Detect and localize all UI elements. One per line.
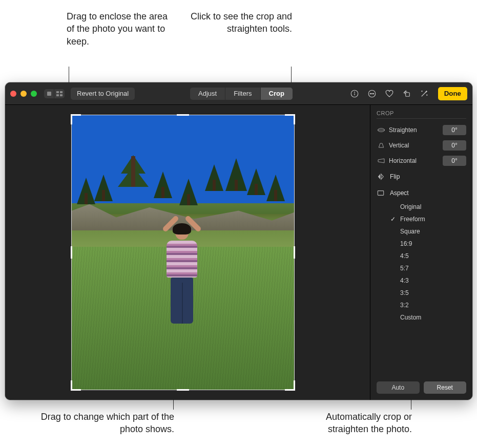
svg-point-4 <box>370 93 371 94</box>
svg-point-6 <box>373 93 374 94</box>
rotate-icon[interactable] <box>400 88 413 100</box>
crop-handle-tl[interactable] <box>71 114 81 124</box>
crop-handle-tr[interactable] <box>285 114 295 124</box>
crop-handle-bl[interactable] <box>71 380 81 391</box>
crop-sidebar: CROP Straighten 0° Vertical 0° Horizonta… <box>370 105 472 400</box>
reset-crop-button[interactable]: Reset <box>424 381 467 394</box>
straighten-row[interactable]: Straighten 0° <box>377 124 466 136</box>
horizontal-perspective-icon <box>377 157 386 164</box>
aspect-label-square: Square <box>400 228 420 235</box>
info-icon[interactable] <box>348 88 361 100</box>
vertical-perspective-icon <box>377 142 386 149</box>
canvas-area <box>5 105 370 400</box>
aspect-5-7[interactable]: 5:7 <box>390 262 466 274</box>
aspect-original[interactable]: Original <box>390 201 466 213</box>
horizontal-label: Horizontal <box>389 157 440 164</box>
crop-handle-right[interactable] <box>294 246 295 259</box>
horizontal-row[interactable]: Horizontal 0° <box>377 155 466 167</box>
toolbar: Revert to Original Adjust Filters Crop D… <box>5 82 472 105</box>
photo-preview[interactable] <box>72 115 294 390</box>
close-window-button[interactable] <box>10 91 16 97</box>
edit-tabs: Adjust Filters Crop <box>190 88 293 100</box>
minimize-window-button[interactable] <box>20 91 27 97</box>
view-mode-toggle[interactable] <box>44 89 65 98</box>
aspect-16-9[interactable]: 16:9 <box>390 238 466 250</box>
callout-crop-tab: Click to see the crop and straighten too… <box>190 10 292 35</box>
auto-crop-button[interactable]: Auto <box>377 381 420 394</box>
aspect-icon <box>377 189 385 197</box>
person-subject <box>163 224 201 332</box>
svg-point-5 <box>371 93 372 94</box>
aspect-freeform[interactable]: ✓Freeform <box>390 213 466 225</box>
aspect-label-4-3: 4:3 <box>400 277 409 284</box>
aspect-label-original: Original <box>400 203 421 210</box>
callout-auto: Automatically crop or straighten the pho… <box>289 411 412 436</box>
tab-filters[interactable]: Filters <box>225 88 260 100</box>
aspect-label-16-9: 16:9 <box>400 240 412 247</box>
aspect-4-3[interactable]: 4:3 <box>390 274 466 287</box>
flip-label: Flip <box>390 173 400 180</box>
aspect-3-5[interactable]: 3:5 <box>390 287 466 299</box>
aspect-3-2[interactable]: 3:2 <box>390 299 466 311</box>
crop-handle-top[interactable] <box>177 114 189 116</box>
vertical-label: Vertical <box>389 142 440 149</box>
fullscreen-window-button[interactable] <box>31 91 37 97</box>
divider <box>377 118 466 119</box>
flip-icon <box>377 173 385 180</box>
tab-adjust[interactable]: Adjust <box>190 88 225 100</box>
svg-rect-10 <box>378 191 383 196</box>
horizontal-value[interactable]: 0° <box>443 156 466 166</box>
straighten-icon <box>377 126 386 134</box>
crop-handle-br[interactable] <box>285 380 295 391</box>
straighten-label: Straighten <box>389 126 440 134</box>
favorite-heart-icon[interactable] <box>383 88 396 100</box>
aspect-row[interactable]: Aspect <box>377 186 466 200</box>
callout-crop-area: Drag to enclose the area of the photo yo… <box>67 10 169 48</box>
aspect-list: Original ✓Freeform Square 16:9 4:5 5:7 4… <box>390 201 466 324</box>
aspect-label-3-5: 3:5 <box>400 289 409 296</box>
aspect-custom[interactable]: Custom <box>390 311 466 324</box>
aspect-label-3-2: 3:2 <box>400 302 409 309</box>
crop-frame[interactable] <box>72 115 294 390</box>
crop-handle-bottom[interactable] <box>177 389 189 391</box>
crop-handle-left[interactable] <box>71 246 72 259</box>
aspect-label-freeform: Freeform <box>400 216 425 223</box>
window-controls <box>10 91 37 97</box>
callout-drag-photo: Drag to change which part of the photo s… <box>26 411 174 436</box>
auto-enhance-wand-icon[interactable] <box>418 88 431 100</box>
done-button[interactable]: Done <box>438 87 467 100</box>
aspect-4-5[interactable]: 4:5 <box>390 250 466 262</box>
tab-crop[interactable]: Crop <box>261 88 293 100</box>
aspect-label-custom: Custom <box>400 314 421 321</box>
revert-to-original-button[interactable]: Revert to Original <box>71 88 135 100</box>
aspect-label-5-7: 5:7 <box>400 265 409 272</box>
checkmark-icon: ✓ <box>390 216 396 223</box>
vertical-value[interactable]: 0° <box>443 140 466 151</box>
panel-title: CROP <box>377 110 466 116</box>
straighten-value[interactable]: 0° <box>443 125 466 135</box>
sidebar-footer: Auto Reset <box>377 381 466 394</box>
vertical-row[interactable]: Vertical 0° <box>377 139 466 152</box>
more-icon[interactable] <box>365 88 379 100</box>
aspect-label: Aspect <box>390 189 409 197</box>
svg-rect-7 <box>405 92 409 96</box>
photos-edit-window: Revert to Original Adjust Filters Crop D… <box>5 82 472 400</box>
aspect-square[interactable]: Square <box>390 225 466 238</box>
aspect-label-4-5: 4:5 <box>400 252 409 260</box>
svg-point-2 <box>354 92 355 92</box>
flip-row[interactable]: Flip <box>377 170 466 183</box>
